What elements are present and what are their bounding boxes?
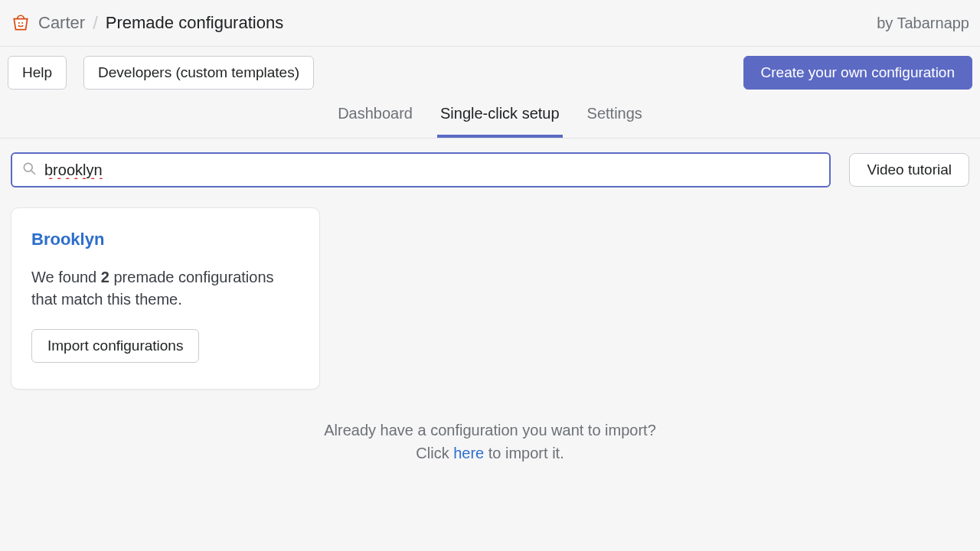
match-prefix: We found xyxy=(31,269,101,285)
import-here-link[interactable]: here xyxy=(453,445,484,461)
search-icon xyxy=(21,161,44,179)
svg-line-3 xyxy=(31,171,34,174)
breadcrumb: Carter / Premade configurations xyxy=(38,12,283,34)
toolbar: Help Developers (custom templates) Creat… xyxy=(0,47,980,97)
help-button[interactable]: Help xyxy=(8,56,67,90)
theme-result-card: Brooklyn We found 2 premade configuratio… xyxy=(11,207,320,390)
import-configurations-button[interactable]: Import configurations xyxy=(31,329,199,363)
developers-button[interactable]: Developers (custom templates) xyxy=(83,56,314,90)
results-area: Brooklyn We found 2 premade configuratio… xyxy=(0,187,980,390)
svg-point-0 xyxy=(18,22,20,24)
byline: by Tabarnapp xyxy=(877,15,969,32)
app-header: Carter / Premade configurations by Tabar… xyxy=(0,0,980,47)
tab-settings[interactable]: Settings xyxy=(584,97,645,138)
footer-line2: Click here to import it. xyxy=(0,442,980,465)
match-count: 2 xyxy=(101,269,109,285)
theme-match-text: We found 2 premade configurations that m… xyxy=(31,266,299,311)
search-input[interactable] xyxy=(44,161,820,179)
theme-name-link[interactable]: Brooklyn xyxy=(31,230,299,249)
tab-single-click-setup[interactable]: Single-click setup xyxy=(437,97,563,138)
app-logo-icon xyxy=(11,13,31,33)
create-configuration-button[interactable]: Create your own configuration xyxy=(743,56,972,90)
search-row: Video tutorial xyxy=(0,139,980,187)
video-tutorial-button[interactable]: Video tutorial xyxy=(849,153,969,187)
breadcrumb-store[interactable]: Carter xyxy=(38,13,85,33)
footer-line2-prefix: Click xyxy=(416,445,453,461)
tabs: Dashboard Single-click setup Settings xyxy=(0,97,980,139)
breadcrumb-separator-icon: / xyxy=(93,12,98,34)
svg-point-1 xyxy=(21,22,23,24)
header-left: Carter / Premade configurations xyxy=(11,12,283,34)
toolbar-left: Help Developers (custom templates) xyxy=(8,56,314,90)
tab-dashboard[interactable]: Dashboard xyxy=(335,97,416,138)
footer-line2-suffix: to import it. xyxy=(484,445,564,461)
svg-point-2 xyxy=(24,163,32,171)
import-footer-note: Already have a configuration you want to… xyxy=(0,419,980,465)
footer-line1: Already have a configuration you want to… xyxy=(0,419,980,442)
page-title: Premade configurations xyxy=(106,13,283,33)
search-field-wrapper[interactable] xyxy=(11,152,831,187)
